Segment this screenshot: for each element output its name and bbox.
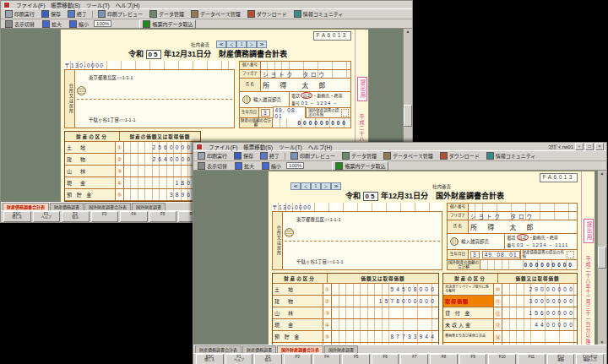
row-value-field[interactable]: 54508000: [332, 284, 438, 295]
row-value-field[interactable]: [124, 166, 200, 177]
phone-field[interactable]: 電話 自宅・勤務先・携帯 番号 03 − 1234 − 1111: [505, 234, 577, 249]
era-year-box[interactable]: 05: [146, 50, 162, 59]
exit-button[interactable]: 終了: [65, 10, 90, 18]
menu-help[interactable]: ヘルプ(H): [308, 143, 333, 151]
fn-f11-button[interactable]: F11: [518, 354, 546, 364]
scroll-up-arrow[interactable]: ▲: [406, 29, 410, 34]
fn-f12-button[interactable]: F12連動: [547, 354, 575, 364]
tab-kokugai-chosho[interactable]: 国外財産調書: [132, 203, 166, 210]
nav-prev-button[interactable]: ＜: [301, 182, 311, 190]
address-line-1[interactable]: 東京都豊島区○○1-1-1: [296, 216, 340, 223]
nav-last-button[interactable]: ≫: [257, 41, 267, 48]
database-manage-button[interactable]: データベース管理: [188, 10, 243, 18]
furigana-field[interactable]: シヨトク タロウ: [469, 212, 577, 220]
menu-tools[interactable]: ツール(T): [279, 143, 302, 151]
nav-first-button[interactable]: ≪: [216, 41, 226, 48]
row-value-field[interactable]: 26400000: [124, 154, 200, 165]
fn-f3-button[interactable]: F3: [284, 354, 312, 364]
tab-zaisan-saimu-gokeihyo[interactable]: 財産債務調書合計表: [195, 345, 242, 353]
tab-kokugai-gokeihyo[interactable]: 国外財産調書合計表: [277, 345, 323, 353]
phone-type-selected[interactable]: 自宅: [517, 234, 529, 241]
postal-code-field[interactable]: 〒130-0000: [272, 203, 442, 211]
fn-f4-button[interactable]: F4: [120, 211, 148, 222]
total-field[interactable]: 000000000: [273, 118, 350, 128]
menu-form-move[interactable]: 帳票移動(S): [51, 1, 80, 9]
save-button[interactable]: 保存: [39, 10, 63, 18]
row-label-selected[interactable]: 取得価額: [443, 296, 494, 307]
view-switch-button[interactable]: 表示切替: [3, 20, 37, 28]
download-button[interactable]: ダウンロード: [437, 152, 482, 160]
name-field[interactable]: 所 得 太 郎: [261, 79, 350, 91]
tab-kokugai-chosho[interactable]: 国外財産調書: [324, 345, 358, 353]
row-value-field[interactable]: [332, 319, 438, 330]
row-value-field[interactable]: 33080000: [332, 343, 438, 345]
phone-field[interactable]: 電話 自宅・勤務先・携帯 番号 03 − 1234 − 1111: [290, 92, 350, 107]
phone-type-selected[interactable]: 自宅: [301, 92, 312, 99]
scroll-down-arrow[interactable]: ▼: [600, 340, 605, 345]
fn-f5-button[interactable]: F5: [149, 211, 177, 222]
row-value-field[interactable]: 1578000000: [332, 296, 438, 307]
birth-field[interactable]: 349. 08. 01: [469, 250, 520, 259]
fn-f10-button[interactable]: F10: [488, 354, 516, 364]
row-value-field[interactable]: 29000000: [502, 284, 577, 295]
print-preview-button[interactable]: 印刷プレビュー: [95, 10, 145, 18]
scroll-thumb[interactable]: [598, 247, 606, 269]
fn-f2-button[interactable]: F2取込: [254, 354, 282, 364]
personal-number-field[interactable]: [469, 204, 577, 211]
menu-help[interactable]: ヘルプ(H): [116, 1, 140, 9]
fn-f2-button[interactable]: F2取込: [62, 211, 90, 222]
row-value-field[interactable]: 38961: [124, 189, 200, 200]
row-value-field[interactable]: 15600000: [502, 307, 577, 318]
personal-number-field[interactable]: [261, 62, 350, 69]
menu-file[interactable]: ファイル(F): [16, 1, 45, 9]
scroll-up-arrow[interactable]: ▲: [600, 171, 605, 176]
row-value-field[interactable]: 25600000: [124, 142, 200, 153]
address-line-1[interactable]: 東京都豊島区○○1-1-1: [89, 74, 133, 81]
fn-f9-button[interactable]: F9: [459, 354, 487, 364]
database-manage-button[interactable]: データベース管理: [381, 152, 436, 160]
print-run-button[interactable]: 印刷実行: [3, 10, 37, 18]
community-button[interactable]: 情報コミュニティ: [291, 10, 346, 18]
nav-last-button[interactable]: ≫: [331, 182, 341, 190]
birth-date-box[interactable]: 49. 08. 01: [482, 251, 520, 258]
nav-first-button[interactable]: ≪: [290, 182, 301, 190]
total-field[interactable]: 000000000: [480, 260, 577, 269]
nav-next-button[interactable]: ＞: [247, 41, 257, 48]
birth-era-box[interactable]: 3: [261, 109, 270, 117]
download-button[interactable]: ダウンロード: [245, 10, 290, 18]
address-lines[interactable]: 東京都豊島区○○1-1-1 千駄ヶ谷1丁目○○1-1-1: [283, 212, 442, 269]
row-value-field[interactable]: 87733944: [332, 331, 438, 342]
tab-zaisan-saimu-chosho[interactable]: 財産債務調書: [242, 345, 276, 353]
row-value-field[interactable]: [502, 343, 577, 345]
vertical-scrollbar[interactable]: ▲▼: [597, 171, 606, 345]
fn-esc-button[interactable]: ESC閉じる: [196, 354, 224, 364]
occupation-field[interactable]: 輸入雑貨卸売: [448, 234, 505, 249]
address-lines[interactable]: 東京都豊島区○○1-1-1 千駄ヶ谷1丁目○○1-1-1: [75, 70, 234, 128]
era-year-box[interactable]: 05: [363, 192, 379, 201]
submit-flag-cell[interactable]: 国外財産調書の提出の有無: [306, 108, 350, 117]
phone-number-value[interactable]: 03 − 1234 − 1111: [517, 242, 569, 247]
zoom-out-button[interactable]: 縮小: [259, 162, 284, 170]
fn-f5-button[interactable]: F5: [342, 354, 370, 364]
save-button[interactable]: 保存: [231, 152, 256, 160]
birth-era-box[interactable]: 3: [470, 251, 480, 258]
name-field[interactable]: 所 得 太 郎: [469, 220, 577, 233]
row-value-field[interactable]: 4400000: [502, 319, 577, 330]
postal-code-field[interactable]: 〒130-0000: [64, 61, 235, 69]
row-value-field[interactable]: [502, 331, 577, 342]
address-line-2[interactable]: 千駄ヶ谷1丁目○○1-1-1: [296, 258, 344, 265]
submit-checkbox[interactable]: [567, 251, 574, 258]
nav-next-button[interactable]: ＞: [321, 182, 331, 190]
submit-checkbox[interactable]: [341, 109, 349, 117]
submit-flag-cell[interactable]: 財産債務調書の提出の有無: [520, 250, 576, 259]
zoom-in-button[interactable]: 拡大: [40, 20, 64, 28]
menu-form-move[interactable]: 帳票移動(S): [243, 143, 273, 151]
row-value-field[interactable]: 1805: [124, 177, 200, 188]
fn-ctrl-f12-button[interactable]: Ctrl+F12補助入力: [576, 354, 604, 364]
birth-field[interactable]: 349. 08. 01: [259, 108, 306, 117]
nav-prev-button[interactable]: ＜: [226, 41, 236, 48]
address-line-2[interactable]: 千駄ヶ谷1丁目○○1-1-1: [89, 117, 136, 123]
fn-esc-button[interactable]: ESC閉じる: [3, 211, 31, 222]
data-manage-button[interactable]: データ管理: [147, 10, 187, 18]
community-button[interactable]: 情報コミュニティ: [484, 152, 539, 160]
